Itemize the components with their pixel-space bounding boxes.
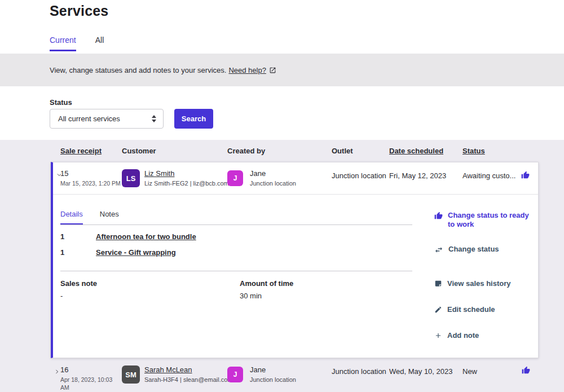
header-customer: Customer xyxy=(122,147,156,155)
created-by-name: Jane xyxy=(250,169,296,178)
divider xyxy=(60,224,412,225)
amount-of-time-label: Amount of time xyxy=(240,279,293,288)
outlet-cell: Junction location xyxy=(332,171,386,180)
sales-note-value: - xyxy=(60,292,63,300)
thumbs-up-icon xyxy=(434,212,443,229)
outlet-cell: Junction location xyxy=(332,367,386,376)
customer-name-link[interactable]: Liz Smith xyxy=(144,169,229,178)
info-banner: View, change statuses and add notes to y… xyxy=(0,54,564,86)
avatar: SM xyxy=(122,365,140,384)
dropdown-spinner-icon xyxy=(152,115,156,122)
status-cell: Awaiting custo... xyxy=(462,171,515,180)
tab-notes[interactable]: Notes xyxy=(100,210,119,225)
swap-icon xyxy=(434,245,443,254)
table-row-expanded: 15 Mar 15, 2023, 1:20 PM LS Liz Smith Li… xyxy=(51,162,539,358)
header-outlet: Outlet xyxy=(332,147,353,155)
header-date-scheduled[interactable]: Date scheduled xyxy=(389,147,443,155)
avatar: LS xyxy=(122,169,140,187)
details-tabs: Details Notes xyxy=(60,210,136,225)
date-scheduled-cell: Fri, May 12, 2023 xyxy=(389,171,446,180)
avatar: J xyxy=(227,170,243,186)
thumbs-up-icon[interactable] xyxy=(521,171,530,179)
status-dropdown-value: All current services xyxy=(58,114,152,123)
page-title: Services xyxy=(50,3,108,19)
item-name-link[interactable]: Afternoon tea for two bundle xyxy=(96,232,196,241)
created-by-detail: Junction location xyxy=(250,180,296,187)
add-note-action[interactable]: Add note xyxy=(434,331,530,340)
avatar: J xyxy=(227,367,243,382)
change-status-action[interactable]: Change status xyxy=(434,245,530,254)
tab-current[interactable]: Current xyxy=(50,36,76,51)
search-button[interactable]: Search xyxy=(174,109,213,129)
tab-all[interactable]: All xyxy=(95,36,104,51)
view-sales-history-action[interactable]: View sales history xyxy=(434,279,530,288)
plus-icon xyxy=(434,332,442,340)
header-sale-receipt[interactable]: Sale receipt xyxy=(60,147,102,155)
status-cell: New xyxy=(462,367,477,376)
created-by-name: Jane xyxy=(250,365,296,374)
customer-detail: Sarah-H3F4 | slean@email.com xyxy=(144,376,232,383)
status-filter-label: Status xyxy=(50,98,72,107)
status-dropdown[interactable]: All current services xyxy=(50,109,164,129)
customer-name-link[interactable]: Sarah McLean xyxy=(144,365,232,374)
sales-history-icon xyxy=(434,280,442,288)
customer-detail: Liz Smith-FEG2 | liz@bcb.com xyxy=(144,180,229,187)
thumbs-up-icon[interactable] xyxy=(522,366,530,375)
edit-schedule-action[interactable]: Edit schedule xyxy=(434,305,530,314)
item-quantity: 1 xyxy=(60,232,64,241)
page-tabs: Current All xyxy=(50,36,104,51)
sale-receipt-id: 16 xyxy=(60,365,68,374)
header-created-by: Created by xyxy=(227,147,265,155)
item-quantity: 1 xyxy=(60,248,64,257)
sale-receipt-date: Mar 15, 2023, 1:20 PM xyxy=(60,179,121,187)
chevron-right-icon[interactable] xyxy=(54,369,60,375)
item-name-link[interactable]: Service - Gift wrapping xyxy=(96,248,176,257)
tab-details[interactable]: Details xyxy=(60,210,83,225)
amount-of-time-value: 30 min xyxy=(240,292,262,300)
pencil-icon xyxy=(434,306,442,314)
external-link-icon xyxy=(269,67,276,74)
divider xyxy=(60,271,412,271)
need-help-link[interactable]: Need help? xyxy=(228,66,266,74)
header-status[interactable]: Status xyxy=(462,147,485,155)
services-table: Sale receipt Customer Created by Outlet … xyxy=(0,140,564,392)
banner-text: View, change statuses and add notes to y… xyxy=(50,66,226,74)
services-page: Services Current All View, change status… xyxy=(0,0,564,392)
date-scheduled-cell: Wed, May 10, 2023 xyxy=(389,367,453,376)
sale-receipt-id: 15 xyxy=(60,169,68,178)
created-by-detail: Junction location xyxy=(250,376,296,383)
divider xyxy=(53,194,538,195)
change-status-ready-action[interactable]: Change status to ready to work xyxy=(434,211,530,229)
sale-receipt-date: Apr 18, 2023, 10:03 AM xyxy=(60,376,120,391)
sales-note-label: Sales note xyxy=(60,279,97,288)
